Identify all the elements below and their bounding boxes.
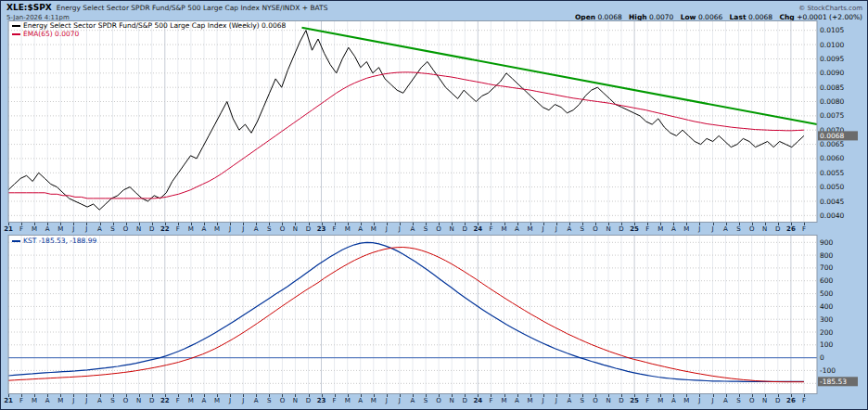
svg-text:0.0065: 0.0065 <box>820 140 844 148</box>
svg-text:0.0068: 0.0068 <box>820 132 844 140</box>
svg-text:200: 200 <box>820 328 834 337</box>
svg-text:500: 500 <box>820 289 834 298</box>
svg-text:-185.53: -185.53 <box>820 378 847 386</box>
svg-text:100: 100 <box>820 340 834 349</box>
svg-text:0.0055: 0.0055 <box>820 169 844 177</box>
svg-text:0.0085: 0.0085 <box>820 83 844 92</box>
kst-legend: KST -185.53, -188.99 <box>12 237 96 245</box>
svg-text:800: 800 <box>820 251 834 260</box>
price-legend-label: Energy Select Sector SPDR Fund/S&P 500 L… <box>23 21 286 30</box>
price-chart-svg: 0.01050.01000.00950.00900.00850.00800.00… <box>1 20 867 223</box>
price-line-swatch <box>12 25 20 27</box>
svg-text:300: 300 <box>820 315 834 324</box>
main-chart-panel: 0.01050.01000.00950.00900.00850.00800.00… <box>1 20 867 223</box>
svg-text:0.0040: 0.0040 <box>820 211 844 220</box>
ema-legend-label: EMA(65) 0.0070 <box>23 30 79 38</box>
svg-text:0.0045: 0.0045 <box>820 198 844 206</box>
svg-text:0.0090: 0.0090 <box>820 69 844 77</box>
svg-text:0.0075: 0.0075 <box>820 111 844 120</box>
kst-legend-label: KST -185.53, -188.99 <box>23 237 96 245</box>
svg-text:0.0105: 0.0105 <box>820 26 844 34</box>
title-row: XLE:$SPX Energy Select Sector SPDR Fund/… <box>6 3 862 13</box>
x-axis-kst: 21FMAMJJASOND22FMAMJJASOND23FMAMJJASOND2… <box>1 394 867 406</box>
copyright: © StockCharts.com <box>798 4 862 13</box>
svg-text:0.0050: 0.0050 <box>820 183 844 191</box>
svg-text:900: 900 <box>820 238 834 247</box>
ema-line-swatch <box>12 33 20 35</box>
x-axis-main: 21FMAMJJASOND22FMAMJJASOND23FMAMJJASOND2… <box>1 223 867 235</box>
svg-text:0: 0 <box>820 353 824 362</box>
svg-text:400: 400 <box>820 302 834 311</box>
chart-header: XLE:$SPX Energy Select Sector SPDR Fund/… <box>1 1 867 20</box>
kst-panel: 9008007006005004003002001000-100-200-185… <box>1 235 867 394</box>
kst-chart-svg: 9008007006005004003002001000-100-200-185… <box>1 235 867 394</box>
svg-text:0.0060: 0.0060 <box>820 154 844 162</box>
ticker-symbol: XLE:$SPX <box>6 3 52 12</box>
stockcharts-chart: XLE:$SPX Energy Select Sector SPDR Fund/… <box>0 0 868 410</box>
ema-legend: EMA(65) 0.0070 <box>12 30 79 38</box>
price-legend: Energy Select Sector SPDR Fund/S&P 500 L… <box>12 21 286 30</box>
svg-text:0.0095: 0.0095 <box>820 55 844 63</box>
svg-text:0.0080: 0.0080 <box>820 97 844 106</box>
svg-text:700: 700 <box>820 263 834 272</box>
kst-line-swatch <box>12 240 20 242</box>
svg-text:-100: -100 <box>820 366 836 375</box>
svg-text:600: 600 <box>820 276 834 285</box>
svg-text:0.0100: 0.0100 <box>820 41 844 49</box>
ticker-description: Energy Select Sector SPDR Fund/S&P 500 L… <box>57 4 799 13</box>
